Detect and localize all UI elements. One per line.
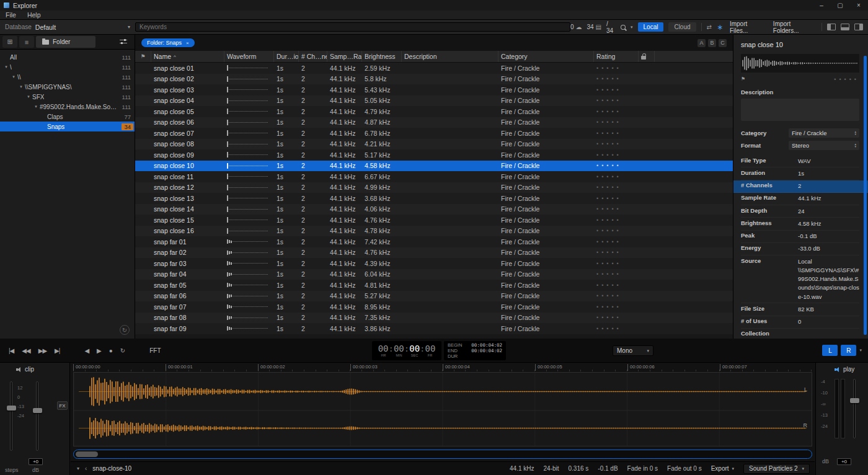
- rating-dots[interactable]: •••••: [596, 97, 622, 104]
- chevron-down-icon[interactable]: ▾: [854, 145, 856, 148]
- table-row-snap-close-01[interactable]: snap close 011s244.1 kHz2.59 kHzFire / C…: [135, 63, 733, 74]
- tree-item-snaps[interactable]: Snaps34: [0, 122, 135, 131]
- rating-dots[interactable]: •••••: [596, 249, 622, 255]
- tab-folder[interactable]: Folder: [36, 36, 95, 48]
- tree-item-all[interactable]: All111: [0, 52, 135, 62]
- rating-dots[interactable]: •••••: [596, 304, 622, 310]
- minimize-button[interactable]: –: [812, 0, 831, 11]
- rating-dots[interactable]: •••••: [596, 184, 622, 190]
- menu-help[interactable]: Help: [27, 11, 41, 19]
- rating-dots[interactable]: •••••: [596, 282, 622, 288]
- local-toggle[interactable]: Local: [638, 22, 664, 32]
- close-button[interactable]: ×: [849, 0, 868, 11]
- import-files-button[interactable]: Import Files...: [728, 20, 766, 34]
- spinner-icon[interactable]: ▴ ▾: [854, 130, 856, 136]
- table-row-snap-far-05[interactable]: snap far 051s244.1 kHz4.81 kHzFire / Cra…: [135, 280, 733, 291]
- column-header-lock[interactable]: [639, 51, 655, 62]
- table-row-snap-close-04[interactable]: snap close 041s244.1 kHz5.05 kHzFire / C…: [135, 95, 733, 107]
- rating-dots[interactable]: •••••: [596, 228, 622, 234]
- rating-dots[interactable]: •••••: [596, 65, 622, 71]
- clip-gain-value[interactable]: +0: [29, 458, 43, 465]
- search-icon[interactable]: [621, 25, 626, 30]
- column-header-brightness[interactable]: Brightness: [362, 51, 402, 62]
- table-row-snap-far-04[interactable]: snap far 041s244.1 kHz6.04 kHzFire / Cra…: [135, 269, 733, 280]
- description-field[interactable]: [741, 99, 859, 121]
- spinner-icon[interactable]: ▴ ▾: [854, 143, 856, 148]
- column-header-waveform[interactable]: Waveform: [224, 51, 274, 62]
- table-row-snap-close-12[interactable]: snap close 121s244.1 kHz4.99 kHzFire / C…: [135, 182, 733, 193]
- table-row-snap-close-10[interactable]: snap close 101s244.1 kHz4.58 kHzFire / C…: [135, 161, 733, 172]
- import-folders-button[interactable]: Import Folders...: [771, 20, 817, 34]
- fft-button[interactable]: FFT: [149, 347, 161, 354]
- export-button[interactable]: Export ▾: [711, 465, 734, 472]
- clip-fader-1[interactable]: [10, 381, 12, 451]
- fader-handle[interactable]: [33, 408, 42, 413]
- rating-dots[interactable]: •••••: [596, 109, 622, 115]
- play-button[interactable]: ▶: [97, 347, 101, 354]
- layout-bottom-panel-icon[interactable]: [841, 24, 849, 30]
- rating-dots[interactable]: •••••: [596, 293, 622, 299]
- table-row-snap-far-06[interactable]: snap far 061s244.1 kHz5.27 kHzFire / Cra…: [135, 291, 733, 302]
- rating-dots[interactable]: •••••: [596, 130, 622, 136]
- table-row-snap-far-01[interactable]: snap far 011s244.1 kHz7.42 kHzFire / Cra…: [135, 236, 733, 247]
- table-row-snap-close-09[interactable]: snap close 091s244.1 kHz5.17 kHzFire / C…: [135, 149, 733, 161]
- loop-button[interactable]: ↻: [120, 347, 125, 354]
- tree-item-claps[interactable]: Claps77: [0, 112, 135, 122]
- layout-left-panel-icon[interactable]: [827, 24, 836, 30]
- category-select[interactable]: Fire / Crackle ▴ ▾: [789, 128, 859, 138]
- rewind-button[interactable]: ◀◀: [22, 347, 30, 354]
- fader-handle[interactable]: [7, 406, 16, 411]
- cloud-toggle[interactable]: Cloud: [668, 22, 696, 32]
- filter-chip-folder-snaps[interactable]: Folder: Snaps ×: [141, 38, 195, 47]
- table-row-snap-close-07[interactable]: snap close 071s244.1 kHz6.78 kHzFire / C…: [135, 128, 733, 139]
- rating-dots[interactable]: •••••: [596, 174, 622, 180]
- fast-forward-button[interactable]: ▶▶: [38, 347, 46, 354]
- table-row-snap-close-16[interactable]: snap close 161s244.1 kHz4.78 kHzFire / C…: [135, 226, 733, 237]
- channel-mode-select[interactable]: Mono ▾: [613, 345, 653, 356]
- play-gain-value[interactable]: +0: [837, 458, 851, 465]
- table-row-snap-far-09[interactable]: snap far 091s244.1 kHz3.86 kHzFire / Cra…: [135, 323, 733, 334]
- grid-view-icon[interactable]: ⊞: [2, 36, 17, 48]
- table-row-snap-close-11[interactable]: snap close 111s244.1 kHz6.67 kHzFire / C…: [135, 171, 733, 182]
- rating-dots[interactable]: •••••: [596, 195, 622, 202]
- rating-dots[interactable]: •••••: [596, 162, 622, 169]
- keywords-input[interactable]: [135, 22, 570, 32]
- chevron-down-icon[interactable]: ▾: [631, 25, 633, 30]
- sparkle-icon[interactable]: ∗: [717, 23, 723, 32]
- rating-dots[interactable]: •••••: [596, 239, 622, 245]
- chevron-down-icon[interactable]: ▾: [25, 94, 32, 99]
- tree-item-99s002-hands-make-sounds[interactable]: ▾#99S002.Hands.Make.Sounds111: [0, 102, 135, 112]
- tree-item-smpiggynas[interactable]: ▾\\SMPIGGYNAS\111: [0, 82, 135, 92]
- waveform-display[interactable]: L R: [73, 372, 812, 446]
- column-header-flag[interactable]: ⚑: [135, 51, 151, 62]
- table-row-snap-close-02[interactable]: snap close 021s244.1 kHz5.8 kHzFire / Cr…: [135, 74, 733, 85]
- rating-dots[interactable]: •••••: [596, 152, 622, 158]
- column-header-category[interactable]: Category: [498, 51, 594, 62]
- rating-dots[interactable]: •••••: [596, 206, 622, 212]
- collapse-icon[interactable]: ▾: [77, 466, 79, 471]
- table-row-snap-close-05[interactable]: snap close 051s244.1 kHz4.79 kHzFire / C…: [135, 106, 733, 117]
- rating-dots[interactable]: •••••: [596, 326, 622, 332]
- group-b-button[interactable]: B: [708, 39, 716, 47]
- rating-dots[interactable]: •••••: [596, 314, 622, 321]
- right-channel-button[interactable]: R: [841, 345, 856, 356]
- chevron-down-icon[interactable]: ▾: [2, 64, 10, 69]
- table-row-snap-close-03[interactable]: snap close 031s244.1 kHz5.43 kHzFire / C…: [135, 84, 733, 95]
- table-row-snap-far-02[interactable]: snap far 021s244.1 kHz4.76 kHzFire / Cra…: [135, 247, 733, 259]
- group-c-button[interactable]: C: [719, 39, 727, 47]
- play-fader[interactable]: [853, 379, 856, 438]
- output-device-select[interactable]: Sound Particles 2 ▾: [743, 464, 810, 474]
- rating-dots[interactable]: •••••: [596, 76, 622, 82]
- table-row-snap-close-15[interactable]: snap close 151s244.1 kHz4.76 kHzFire / C…: [135, 215, 733, 226]
- chevron-down-icon[interactable]: ▾: [859, 348, 862, 353]
- chevron-down-icon[interactable]: ▾: [10, 74, 17, 79]
- table-row-snap-far-07[interactable]: snap far 071s244.1 kHz8.95 kHzFire / Cra…: [135, 301, 733, 313]
- table-row-snap-far-08[interactable]: snap far 081s244.1 kHz7.35 kHzFire / Cra…: [135, 313, 733, 324]
- column-header-name[interactable]: Name^: [151, 51, 224, 62]
- tree-item-sfx[interactable]: ▾SFX111: [0, 92, 135, 102]
- rating-dots[interactable]: •••••: [596, 141, 622, 147]
- chevron-down-icon[interactable]: ▾: [32, 104, 40, 109]
- tree-item-item[interactable]: ▾\111: [0, 62, 135, 72]
- rating-dots[interactable]: •••••: [834, 76, 859, 82]
- close-icon[interactable]: ×: [186, 40, 189, 46]
